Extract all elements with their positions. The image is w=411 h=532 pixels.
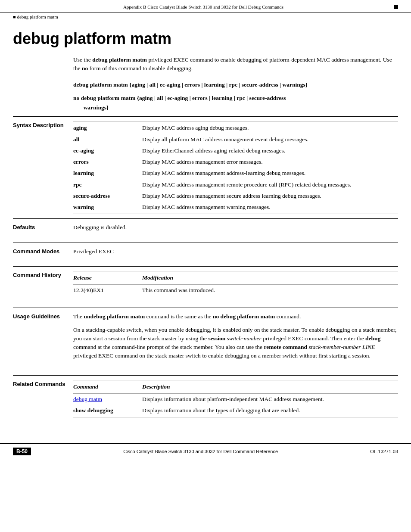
related-desc: Displays information about the types of … — [142, 405, 398, 417]
syntax-term: rpc — [73, 179, 142, 190]
command-modes-text: Privileged EXEC — [73, 248, 114, 255]
command-history-content: Release Modification 12.2(40)EX1This com… — [73, 271, 398, 298]
breadcrumb: ■ debug platform matm — [13, 12, 398, 21]
syntax-term: all — [73, 134, 142, 145]
usage-guidelines-content: The undebug platform matm command is the… — [73, 312, 398, 364]
command-history-label: Command History — [13, 271, 73, 298]
syntax-term: ec-aging — [73, 145, 142, 156]
related-command[interactable]: debug matm — [73, 393, 142, 405]
syntax-description-section: Syntax Description agingDisplay MAC addr… — [13, 116, 398, 218]
syntax-desc: Display MAC address management remote pr… — [142, 179, 398, 190]
defaults-section: Defaults Debugging is disabled. — [13, 218, 398, 236]
defaults-text: Debugging is disabled. — [73, 224, 127, 230]
syntax-desc: Display MAC address management address-l… — [142, 168, 398, 179]
related-table-row: debug matmDisplays information about pla… — [73, 393, 398, 405]
history-release: 12.2(40)EX1 — [73, 285, 142, 297]
usage-para-1: The undebug platform matm command is the… — [73, 312, 398, 321]
related-command: show debugging — [73, 405, 142, 417]
related-table: Command Description debug matmDisplays i… — [73, 380, 398, 418]
syntax-term: errors — [73, 156, 142, 168]
cmd2-prefix: no debug platform matm — [73, 95, 135, 101]
syntax-table-row: allDisplay all platform MAC address mana… — [73, 134, 398, 145]
syntax-table: agingDisplay MAC address aging debug mes… — [73, 121, 398, 214]
page-footer: B-50 Cisco Catalyst Blade Switch 3130 an… — [0, 443, 411, 459]
syntax-description-label: Syntax Description — [13, 121, 73, 214]
footer-center-text: Cisco Catalyst Blade Switch 3130 and 303… — [31, 449, 370, 454]
syntax-table-row: secure-addressDisplay MAC address manage… — [73, 190, 398, 202]
related-desc: Displays information about platform-inde… — [142, 393, 398, 405]
usage-para-2: On a stacking-capable switch, when you e… — [73, 326, 398, 361]
cmd2-params: aging — [139, 95, 153, 101]
related-col1: Command — [73, 380, 142, 393]
syntax-table-row: agingDisplay MAC address aging debug mes… — [73, 121, 398, 134]
usage-guidelines-label: Usage Guidelines — [13, 312, 73, 364]
command-modes-label: Command Modes — [13, 247, 73, 256]
command-history-section: Command History Release Modification 12.… — [13, 266, 398, 302]
syntax-description-content: agingDisplay MAC address aging debug mes… — [73, 121, 398, 214]
syntax-term: warning — [73, 202, 142, 214]
syntax-term: aging — [73, 121, 142, 134]
history-table: Release Modification 12.2(40)EX1This com… — [73, 271, 398, 298]
related-col2: Description — [142, 380, 398, 393]
syntax-desc: Display MAC address management warning m… — [142, 202, 398, 214]
syntax-desc: Display EtherChannel address aging-relat… — [142, 145, 398, 156]
syntax-table-row: ec-agingDisplay EtherChannel address agi… — [73, 145, 398, 156]
syntax-table-row: errorsDisplay MAC address management err… — [73, 156, 398, 168]
page-header: Appendix B Cisco Catalyst Blade Switch 3… — [0, 0, 411, 12]
history-col2: Modification — [142, 271, 398, 284]
syntax-desc: Display all platform MAC address managem… — [142, 134, 398, 145]
syntax-desc: Display MAC address management error mes… — [142, 156, 398, 168]
syntax-desc: Display MAC address management secure ad… — [142, 190, 398, 202]
command-modes-section: Command Modes Privileged EXEC — [13, 243, 398, 260]
defaults-label: Defaults — [13, 223, 73, 232]
page-title: debug platform matm — [13, 30, 398, 48]
header-center: Appendix B Cisco Catalyst Blade Switch 3… — [13, 4, 394, 9]
related-commands-label: Related Commands — [13, 380, 73, 418]
syntax-desc: Display MAC address aging debug messages… — [142, 121, 398, 134]
cmd1-text: debug platform matm {aging | all | ec-ag… — [73, 81, 308, 88]
syntax-term: learning — [73, 168, 142, 179]
related-commands-content: Command Description debug matmDisplays i… — [73, 380, 398, 418]
intro-bold-1: debug platform matm — [92, 56, 147, 63]
history-table-row: 12.2(40)EX1This command was introduced. — [73, 285, 398, 297]
intro-bold-2: no — [82, 65, 88, 72]
related-table-row: show debuggingDisplays information about… — [73, 405, 398, 417]
related-commands-section: Related Commands Command Description deb… — [13, 375, 398, 422]
intro-paragraph: Use the debug platform matm privileged E… — [73, 56, 398, 73]
syntax-table-row: learningDisplay MAC address management a… — [73, 168, 398, 179]
syntax-table-row: warningDisplay MAC address management wa… — [73, 202, 398, 214]
syntax-command-1: debug platform matm {aging | all | ec-ag… — [73, 80, 398, 90]
history-modification: This command was introduced. — [142, 285, 398, 297]
usage-guidelines-section: Usage Guidelines The undebug platform ma… — [13, 308, 398, 369]
footer-right-text: OL-13271-03 — [370, 449, 398, 454]
related-command-link[interactable]: debug matm — [73, 396, 102, 402]
header-right-block — [394, 5, 398, 9]
syntax-term: secure-address — [73, 190, 142, 202]
history-col1: Release — [73, 271, 142, 284]
syntax-command-2: no debug platform matm {aging | all | ec… — [73, 93, 398, 112]
command-modes-content: Privileged EXEC — [73, 247, 398, 256]
defaults-content: Debugging is disabled. — [73, 223, 398, 232]
syntax-table-row: rpcDisplay MAC address management remote… — [73, 179, 398, 190]
footer-page-number: B-50 — [13, 448, 31, 455]
